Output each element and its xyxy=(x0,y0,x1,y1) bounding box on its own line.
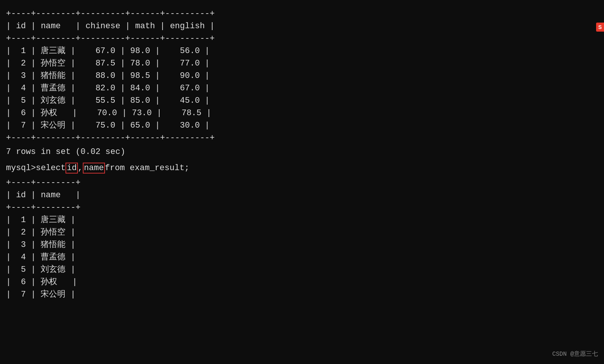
cmd-name-highlight: name xyxy=(83,163,105,174)
command-line-2: mysql> select id,name from exam_result; xyxy=(6,163,598,174)
cmd-select: select xyxy=(36,163,65,173)
cmd-rest: from exam_result; xyxy=(105,163,189,173)
csdn-badge: S xyxy=(596,23,604,32)
result-info-1: 7 rows in set (0.02 sec) xyxy=(6,147,598,157)
cmd-id-highlight: id xyxy=(65,163,78,174)
table1-content: +----+--------+---------+------+--------… xyxy=(6,8,598,144)
watermark: CSDN @意愿三七 xyxy=(552,350,598,358)
cmd-comma: , xyxy=(78,163,83,173)
table2-section: +----+--------+ | id | name | +----+----… xyxy=(6,177,598,301)
table2-content: +----+--------+ | id | name | +----+----… xyxy=(6,177,598,301)
terminal: +----+--------+---------+------+--------… xyxy=(0,4,604,306)
mysql-prompt: mysql> xyxy=(6,163,36,173)
table1-section: +----+--------+---------+------+--------… xyxy=(6,8,598,144)
